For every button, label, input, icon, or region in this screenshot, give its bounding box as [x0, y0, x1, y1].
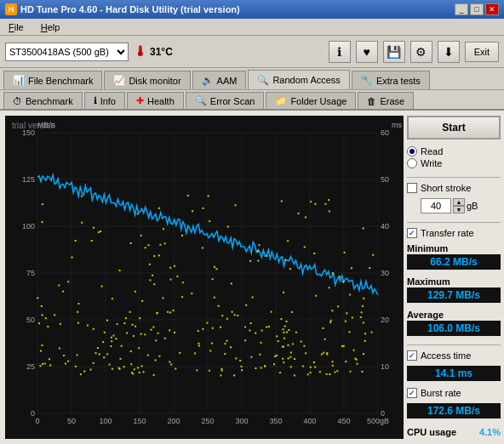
title-bar: H HD Tune Pro 4.60 - Hard Disk Utility (…: [0, 0, 504, 19]
average-label: Average: [407, 310, 501, 320]
transfer-rate-checkbox[interactable]: ✓ Transfer rate: [407, 228, 501, 238]
access-time-stat: 14.1 ms: [407, 366, 501, 381]
mode-radio-group: Read Write: [407, 146, 501, 168]
burst-rate-stat: 172.6 MB/s: [407, 403, 501, 418]
tab-aam[interactable]: 🔊 AAM: [192, 71, 247, 89]
average-stat: Average 106.0 MB/s: [407, 310, 501, 336]
short-stroke-label: Short stroke: [421, 183, 471, 193]
tab-benchmark[interactable]: ⏱ Benchmark: [3, 92, 83, 109]
right-panel: Start Read Write Short stroke ▲ ▼ gB: [404, 111, 504, 444]
radio-read[interactable]: Read: [407, 146, 501, 157]
tab-info[interactable]: ℹ Info: [84, 92, 125, 109]
average-value: 106.0 MB/s: [407, 321, 501, 336]
close-button[interactable]: ✕: [485, 3, 499, 15]
tab-error-scan[interactable]: 🔍 Error Scan: [186, 92, 265, 109]
burst-rate-check: ✓: [407, 388, 417, 398]
short-stroke-check-box: [407, 183, 417, 193]
options-button[interactable]: ⚙: [410, 41, 432, 63]
separator-3: [407, 344, 501, 345]
spinbox-unit: gB: [467, 201, 478, 211]
temperature-display: 🌡 31°C: [134, 44, 173, 60]
burst-rate-value: 172.6 MB/s: [407, 403, 501, 418]
cpu-usage-label: CPU usage: [407, 427, 456, 437]
tab-file-benchmark[interactable]: 📊 File Benchmark: [3, 71, 102, 89]
burst-rate-checkbox[interactable]: ✓ Burst rate: [407, 388, 501, 398]
start-button[interactable]: Start: [407, 116, 501, 139]
benchmark-icon: ⏱: [13, 96, 22, 106]
menu-help[interactable]: Help: [37, 21, 64, 33]
error-scan-icon: 🔍: [195, 95, 207, 106]
minimize-button[interactable]: _: [455, 3, 468, 15]
tab-random-access[interactable]: 🔍 Random Access: [248, 70, 349, 89]
minimum-value: 66.2 MB/s: [407, 254, 501, 270]
main-content: trial version Start Read Write Short str…: [0, 111, 504, 444]
disk-monitor-icon: 📈: [113, 75, 125, 86]
download-button[interactable]: ⬇: [438, 41, 460, 63]
transfer-rate-check: ✓: [407, 228, 417, 238]
maximum-value: 129.7 MB/s: [407, 287, 501, 303]
maximum-stat: Maximum 129.7 MB/s: [407, 276, 501, 303]
spin-down-button[interactable]: ▼: [453, 206, 465, 213]
thermometer-icon: 🌡: [134, 44, 147, 60]
extra-tests-icon: 🔧: [361, 75, 373, 86]
info-tab-icon: ℹ: [94, 95, 97, 106]
tabs-row1: 📊 File Benchmark 📈 Disk monitor 🔊 AAM 🔍 …: [0, 68, 504, 90]
app-icon: H: [5, 3, 17, 15]
cpu-usage-value: 4.1%: [479, 427, 501, 437]
spinbox-row: ▲ ▼ gB: [421, 198, 501, 213]
maximum-label: Maximum: [407, 276, 501, 287]
tab-folder-usage[interactable]: 📁 Folder Usage: [266, 92, 356, 109]
tabs-row2: ⏱ Benchmark ℹ Info ✚ Health 🔍 Error Scan…: [0, 90, 504, 111]
access-time-check: ✓: [407, 350, 417, 361]
info-button[interactable]: ℹ: [329, 41, 351, 63]
access-time-label: Access time: [421, 350, 471, 361]
minimum-stat: Minimum 66.2 MB/s: [407, 243, 501, 270]
tab-disk-monitor[interactable]: 📈 Disk monitor: [104, 71, 190, 89]
chart-area: trial version: [5, 116, 404, 439]
tab-extra-tests[interactable]: 🔧 Extra tests: [352, 71, 430, 89]
exit-button[interactable]: Exit: [465, 42, 499, 62]
access-time-checkbox[interactable]: ✓ Access time: [407, 350, 501, 361]
spinbox-input[interactable]: [421, 198, 451, 213]
random-access-icon: 🔍: [257, 75, 269, 86]
toolbar: ST3500418AS (500 gB) 🌡 31°C ℹ ♥ 💾 ⚙ ⬇ Ex…: [0, 36, 504, 68]
health-tab-icon: ✚: [136, 95, 144, 106]
tab-health[interactable]: ✚ Health: [127, 92, 184, 109]
watermark: trial version: [12, 121, 55, 130]
menu-bar: File Help: [0, 19, 504, 36]
drive-select[interactable]: ST3500418AS (500 gB): [5, 43, 129, 61]
short-stroke-checkbox[interactable]: Short stroke: [407, 183, 501, 193]
minimum-label: Minimum: [407, 243, 501, 253]
save-button[interactable]: 💾: [383, 41, 405, 63]
burst-rate-label: Burst rate: [421, 388, 461, 398]
file-benchmark-icon: 📊: [13, 75, 25, 86]
aam-icon: 🔊: [202, 75, 214, 86]
transfer-rate-label: Transfer rate: [421, 228, 474, 238]
access-time-value: 14.1 ms: [407, 366, 501, 381]
menu-file[interactable]: File: [5, 21, 27, 33]
maximize-button[interactable]: □: [470, 3, 484, 15]
window-title: HD Tune Pro 4.60 - Hard Disk Utility (tr…: [20, 4, 240, 14]
folder-usage-icon: 📁: [275, 95, 287, 106]
separator-2: [407, 222, 501, 223]
radio-write[interactable]: Write: [407, 158, 501, 168]
tab-erase[interactable]: 🗑 Erase: [358, 92, 414, 109]
benchmark-chart: [5, 116, 404, 439]
radio-write-dot: [407, 158, 417, 168]
erase-icon: 🗑: [367, 96, 376, 106]
health-button[interactable]: ♥: [356, 41, 378, 63]
radio-read-dot: [407, 146, 417, 157]
spinbox-arrows: ▲ ▼: [453, 198, 465, 213]
separator-1: [407, 177, 501, 178]
spin-up-button[interactable]: ▲: [453, 198, 465, 206]
temperature-value: 31°C: [150, 46, 173, 58]
